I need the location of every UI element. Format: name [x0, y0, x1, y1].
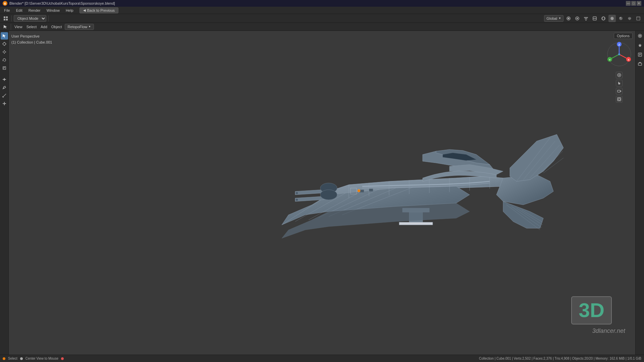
hand-tool-btn[interactable]	[616, 80, 623, 86]
menu-window[interactable]: Window	[44, 8, 62, 13]
svg-marker-48	[436, 149, 490, 165]
annotate-tool-btn[interactable]	[1, 84, 8, 91]
svg-rect-45	[3, 103, 6, 104]
camera-view-btn[interactable]	[616, 88, 623, 95]
retopoflow-label: RetopoFlow	[68, 25, 88, 29]
menu-edit[interactable]: Edit	[13, 8, 25, 13]
gizmo-side-buttons	[616, 72, 623, 103]
title-text: Blender* [D:\Server3D\Uchoba\KursTopora\…	[9, 1, 115, 5]
view-layer-properties-btn[interactable]	[636, 60, 644, 68]
svg-rect-2	[4, 16, 5, 18]
snap-icon-btn[interactable]	[565, 15, 572, 22]
options-button[interactable]: Options	[614, 33, 633, 39]
svg-marker-23	[3, 34, 6, 38]
layout-icon-btn[interactable]	[2, 15, 9, 22]
svg-rect-12	[585, 20, 587, 20]
aircraft-model-svg	[262, 114, 564, 289]
svg-rect-76	[409, 212, 423, 222]
window-controls[interactable]: — □ ✕	[626, 1, 641, 6]
main-area: User Perspective (1) Collection | Cube.0…	[0, 31, 644, 355]
svg-line-66	[512, 206, 542, 228]
svg-text:Z: Z	[619, 43, 620, 46]
svg-line-51	[282, 195, 329, 225]
svg-point-97	[626, 57, 631, 62]
viewport-gizmo-svg[interactable]: Z X Y	[606, 41, 633, 68]
center-view-label: Center View to Mouse	[25, 357, 58, 360]
xray-icon-btn[interactable]	[591, 15, 598, 22]
svg-point-102	[618, 53, 620, 55]
proportional-icon-btn[interactable]	[574, 15, 581, 22]
svg-marker-29	[4, 50, 5, 51]
svg-rect-74	[369, 189, 373, 191]
add-menu-label[interactable]: Add	[39, 24, 49, 29]
select-label: Select	[8, 357, 17, 360]
overlay-icon-btn[interactable]	[582, 15, 590, 22]
output-properties-btn[interactable]	[636, 51, 644, 58]
menu-help[interactable]: Help	[63, 8, 76, 13]
select-menu-label[interactable]: Select	[25, 24, 38, 29]
svg-line-63	[543, 158, 564, 173]
rotate-tool-btn[interactable]	[1, 56, 8, 64]
retopoflow-btn[interactable]: RetopoFlow ▼	[65, 24, 94, 30]
toolbar-sep-1	[11, 15, 12, 21]
transform-tool-btn[interactable]	[1, 76, 8, 83]
svg-point-9	[577, 18, 578, 19]
dropdown-arrow-icon: ▼	[558, 17, 561, 20]
menu-file[interactable]: File	[1, 8, 13, 13]
svg-marker-57	[496, 175, 553, 205]
back-to-prev-button[interactable]: ◀ Back to Previous	[79, 7, 119, 13]
svg-point-16	[602, 17, 604, 20]
svg-line-67	[517, 208, 543, 225]
svg-rect-10	[584, 17, 588, 18]
svg-rect-4	[4, 19, 5, 20]
editor-type-btn[interactable]	[635, 15, 642, 22]
svg-point-111	[639, 35, 641, 37]
maximize-button[interactable]: □	[631, 1, 636, 6]
move-tool-btn[interactable]	[1, 48, 8, 56]
svg-marker-64	[503, 201, 543, 228]
viewport-shading-material-btn[interactable]	[617, 15, 625, 22]
viewport-shading-render-btn[interactable]	[626, 15, 633, 22]
view-menu-label[interactable]: View	[13, 24, 24, 29]
render-preview-btn[interactable]	[616, 96, 623, 103]
svg-marker-22	[4, 25, 7, 28]
gizmo-area: Z X Y	[606, 41, 633, 103]
left-toolbar	[0, 31, 9, 355]
watermark-3d-text: 3D	[579, 300, 604, 320]
render-properties-btn[interactable]	[636, 42, 644, 49]
global-dropdown[interactable]: Global ▼	[544, 15, 564, 22]
back-to-prev-label: Back to Previous	[87, 8, 115, 12]
menu-render[interactable]: Render	[26, 8, 43, 13]
stats-text: Collection | Cube.001 | Verts:2,502 | Fa…	[479, 357, 641, 360]
svg-marker-31	[2, 51, 4, 53]
measure-tool-btn[interactable]	[1, 92, 8, 99]
zoom-camera-btn[interactable]	[616, 72, 623, 78]
viewport-shading-wire-btn[interactable]	[600, 15, 607, 22]
cursor-tool-btn[interactable]	[1, 40, 8, 48]
svg-rect-11	[585, 18, 587, 19]
viewport-info: User Perspective (1) Collection | Cube.0…	[11, 34, 52, 45]
svg-line-61	[530, 145, 559, 178]
svg-marker-30	[4, 53, 5, 54]
add-object-tool-btn[interactable]	[1, 100, 8, 107]
minimize-button[interactable]: —	[626, 1, 631, 6]
svg-rect-116	[638, 63, 642, 65]
watermark-site: 3dlancer.net	[592, 327, 625, 335]
viewport-shading-solid-btn[interactable]	[608, 15, 616, 22]
select-tool-arrow-btn[interactable]	[2, 23, 9, 30]
object-menu-label[interactable]: Object	[50, 24, 63, 29]
svg-rect-37	[3, 79, 6, 80]
svg-marker-50	[282, 186, 470, 225]
viewport[interactable]: User Perspective (1) Collection | Cube.0…	[9, 31, 635, 355]
select-tool-btn[interactable]	[1, 32, 8, 40]
mode-select[interactable]: Object Mode Edit Mode Sculpt Mode	[14, 15, 46, 22]
scene-properties-btn[interactable]	[636, 32, 644, 40]
svg-marker-70	[295, 196, 329, 201]
retopoflow-arrow-icon: ▼	[88, 25, 91, 28]
scale-tool-btn[interactable]	[1, 64, 8, 72]
svg-point-92	[607, 43, 631, 66]
header-toolbar: Object Mode Edit Mode Sculpt Mode Global…	[0, 14, 644, 23]
close-button[interactable]: ✕	[637, 1, 641, 6]
svg-line-54	[319, 189, 379, 218]
svg-line-96	[619, 54, 629, 59]
